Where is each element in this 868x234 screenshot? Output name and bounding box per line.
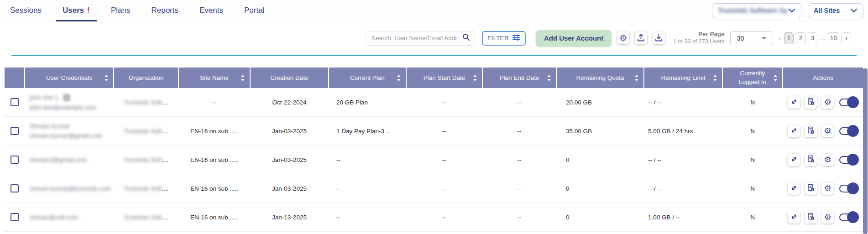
- organization-dropdown[interactable]: Truminds Software Systems: [712, 3, 801, 18]
- sort-arrows-icon[interactable]: [547, 75, 551, 81]
- search-input[interactable]: [371, 35, 462, 42]
- user-badge-icon: [63, 94, 70, 101]
- settings-button[interactable]: ⚙: [821, 125, 834, 137]
- settings-icon: ⚙: [824, 184, 831, 192]
- cell-credentials: shivam@ssff.com: [25, 203, 113, 231]
- settings-button[interactable]: ⚙: [821, 211, 834, 224]
- user-details-button[interactable]: i: [805, 96, 817, 109]
- column-header-currently_logged_in[interactable]: CurrentlyLogged In: [723, 68, 782, 88]
- settings-icon: ⚙: [824, 213, 831, 221]
- site-dropdown[interactable]: All Sites: [808, 3, 863, 18]
- cell-current_plan: 20 GB Plan: [329, 88, 406, 116]
- row-checkbox[interactable]: [10, 127, 19, 135]
- row-checkbox[interactable]: [10, 98, 19, 106]
- enable-user-toggle[interactable]: [839, 127, 858, 135]
- user-details-icon: i: [807, 213, 815, 222]
- tab-events[interactable]: Events: [189, 0, 234, 21]
- download-button[interactable]: [653, 32, 665, 44]
- expand-icon: [790, 98, 798, 107]
- vertical-scrollbar[interactable]: [863, 68, 868, 234]
- page-button-10[interactable]: 10: [828, 32, 839, 44]
- user-details-icon: i: [807, 126, 815, 135]
- user-email: shivam.kumar@truminds.com: [30, 185, 111, 192]
- per-page-select[interactable]: 30: [730, 31, 772, 45]
- organization-name: Truminds Soft: [124, 214, 162, 221]
- gear-icon: ⚙: [619, 34, 627, 42]
- user-details-button[interactable]: i: [805, 125, 817, 137]
- teal-divider: [11, 55, 857, 56]
- column-header-current_plan[interactable]: Current Plan: [329, 68, 406, 88]
- settings-button[interactable]: ⚙: [821, 96, 834, 109]
- tab-reports[interactable]: Reports: [141, 0, 189, 21]
- enable-user-toggle[interactable]: [839, 185, 858, 192]
- next-page-button[interactable]: ›: [842, 32, 851, 44]
- expand-icon: [790, 127, 798, 135]
- settings-button[interactable]: ⚙: [821, 182, 834, 195]
- user-details-button[interactable]: i: [805, 211, 817, 224]
- cell-remaining_limit: -- / --: [644, 174, 722, 203]
- expand-button[interactable]: [788, 182, 800, 195]
- column-header-credentials[interactable]: User Credentials: [25, 68, 113, 88]
- sort-arrows-icon[interactable]: [241, 75, 245, 81]
- row-checkbox[interactable]: [10, 156, 19, 164]
- tab-portal[interactable]: Portal: [234, 0, 275, 21]
- cell-plan_end_date: --: [483, 203, 556, 231]
- column-header-remaining_limit[interactable]: Remaining Limit: [644, 68, 722, 88]
- column-header-plan_start_date[interactable]: Plan Start Date: [407, 68, 482, 88]
- cell-remaining_quota: 35.00 GB: [557, 117, 643, 145]
- page-ellipsis: ...: [820, 35, 826, 42]
- expand-button[interactable]: [788, 125, 800, 137]
- page-button-1[interactable]: 1: [784, 32, 794, 44]
- add-user-account-button[interactable]: Add User Account: [536, 30, 612, 47]
- expand-button[interactable]: [788, 211, 800, 224]
- expand-button[interactable]: [788, 96, 800, 109]
- column-header-site_name[interactable]: Site Name: [179, 68, 250, 88]
- enable-user-toggle[interactable]: [839, 213, 858, 221]
- page-button-2[interactable]: 2: [796, 32, 805, 44]
- cell-organization: Truminds Soft ....: [114, 174, 178, 203]
- expand-button[interactable]: [788, 154, 800, 166]
- cell-actions: i⚙: [783, 117, 863, 145]
- sort-arrows-icon[interactable]: [397, 75, 401, 81]
- settings-button[interactable]: ⚙: [821, 154, 834, 166]
- tab-plans[interactable]: Plans: [100, 0, 141, 21]
- filter-button[interactable]: FILTER: [482, 31, 526, 46]
- cell-creation_date: Jan-03-2025: [251, 174, 328, 203]
- top-tab-bar: Sessions Users! Plans Reports Events Por…: [0, 0, 868, 21]
- settings-icon: ⚙: [824, 127, 831, 135]
- page-button-3[interactable]: 3: [808, 32, 817, 44]
- search-icon[interactable]: [462, 33, 470, 43]
- column-label: CurrentlyLogged In: [739, 69, 766, 86]
- cell-credentials: shivam3@gmail.com: [25, 146, 113, 174]
- row-checkbox[interactable]: [10, 213, 19, 221]
- settings-icon: ⚙: [824, 98, 831, 106]
- expand-icon: [790, 184, 798, 193]
- user-details-button[interactable]: i: [805, 182, 817, 195]
- sort-arrows-icon[interactable]: [774, 75, 777, 81]
- user-search-box: [366, 31, 475, 46]
- column-label: Remaining Limit: [661, 74, 706, 81]
- table-body: john doe 1john.doe@example.comTruminds S…: [5, 88, 868, 232]
- enable-user-toggle[interactable]: [839, 156, 858, 164]
- sort-arrows-icon[interactable]: [105, 75, 108, 81]
- prev-page-button[interactable]: ‹: [778, 34, 782, 42]
- cell-currently_logged_in: N: [723, 117, 782, 145]
- organization-suffix: ....: [162, 185, 168, 192]
- column-header-remaining_quota[interactable]: Remaining Quota: [557, 68, 643, 88]
- tab-users[interactable]: Users!: [52, 0, 100, 21]
- sort-arrows-icon[interactable]: [473, 75, 477, 81]
- users-toolbar: FILTER Add User Account ⚙ Per Page 1 to …: [0, 21, 868, 55]
- cell-checkbox: [5, 88, 24, 116]
- user-details-button[interactable]: i: [805, 154, 817, 166]
- tab-sessions[interactable]: Sessions: [10, 0, 52, 21]
- sort-arrows-icon[interactable]: [635, 75, 638, 81]
- enable-user-toggle[interactable]: [839, 99, 858, 106]
- column-header-plan_end_date[interactable]: Plan End Date: [483, 68, 556, 88]
- cell-checkbox: [5, 117, 24, 145]
- column-header-creation_date: Creation Date: [251, 68, 328, 88]
- row-checkbox[interactable]: [10, 184, 19, 192]
- sort-arrows-icon[interactable]: [713, 75, 717, 81]
- range-text: 1 to 30 of 273 Users: [673, 38, 725, 46]
- upload-button[interactable]: [635, 32, 647, 44]
- settings-gear-button[interactable]: ⚙: [617, 32, 629, 44]
